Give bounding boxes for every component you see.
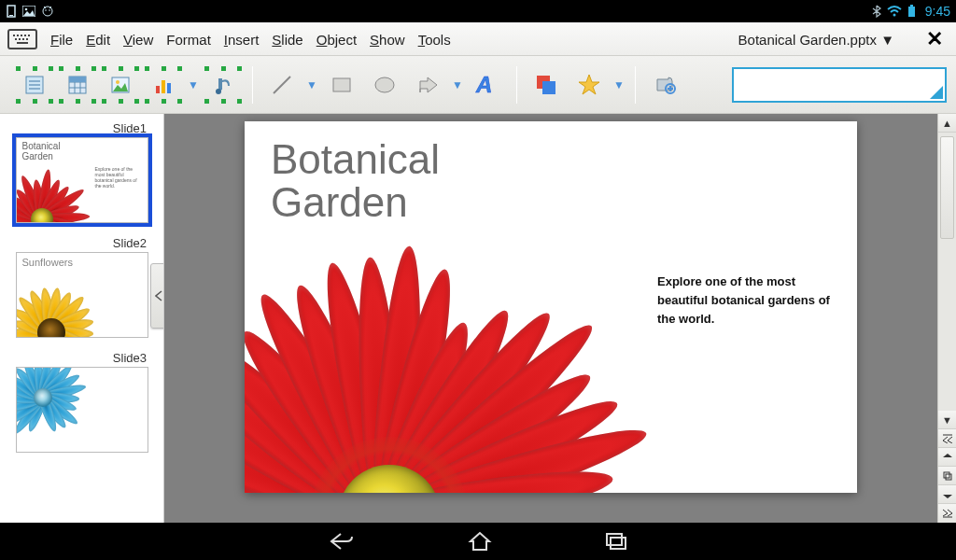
- svg-point-9: [893, 14, 895, 17]
- slide-panel: Slide1 Botanical Garden Explore one of t…: [0, 114, 164, 523]
- svg-rect-20: [22, 38, 24, 40]
- insert-image-button[interactable]: [101, 65, 140, 105]
- svg-rect-13: [13, 35, 15, 36]
- recent-apps-button[interactable]: [604, 531, 628, 552]
- slide-canvas[interactable]: Botanical Garden Explore one of the most…: [245, 121, 857, 493]
- line-dropdown[interactable]: ▼: [305, 78, 318, 91]
- menu-insert[interactable]: Insert: [224, 32, 260, 48]
- insert-textbox-button[interactable]: [15, 65, 54, 105]
- document-title[interactable]: Botanical Garden.pptx ▼: [738, 32, 894, 48]
- close-button[interactable]: ✕: [926, 27, 943, 51]
- insert-chart-button[interactable]: [144, 65, 183, 105]
- slide-thumbnail-1[interactable]: Botanical Garden Explore one of the most…: [16, 137, 148, 223]
- menu-show[interactable]: Show: [370, 32, 405, 48]
- ellipse-tool-button[interactable]: [365, 65, 404, 105]
- slide-thumbnail-2[interactable]: Sunflowers: [16, 252, 148, 338]
- chart-dropdown[interactable]: ▼: [187, 78, 200, 91]
- back-button[interactable]: [328, 530, 356, 553]
- svg-rect-35: [156, 86, 160, 93]
- home-button[interactable]: [468, 530, 492, 553]
- menu-format[interactable]: Format: [166, 32, 211, 48]
- svg-rect-15: [21, 35, 22, 36]
- separator: [635, 66, 636, 104]
- status-bar: 9:45: [0, 0, 956, 22]
- menu-tools[interactable]: Tools: [418, 32, 451, 48]
- prev-slide-button[interactable]: [938, 448, 956, 467]
- svg-line-39: [274, 77, 290, 93]
- rectangle-tool-button[interactable]: [322, 65, 361, 105]
- separator: [252, 66, 253, 104]
- slide-thumbnail-3[interactable]: [16, 367, 148, 453]
- svg-rect-48: [607, 534, 622, 545]
- svg-rect-17: [28, 35, 30, 36]
- slide-nav-buttons: [937, 429, 956, 523]
- menu-view[interactable]: View: [123, 32, 153, 48]
- editor-area[interactable]: Botanical Garden Explore one of the most…: [164, 114, 937, 523]
- svg-rect-36: [162, 80, 165, 93]
- svg-point-38: [216, 89, 221, 94]
- fontwork-button[interactable]: A: [468, 65, 507, 105]
- first-slide-button[interactable]: [938, 429, 956, 448]
- svg-rect-40: [333, 78, 350, 91]
- android-nav-bar: [0, 523, 956, 560]
- scroll-up-button[interactable]: ▲: [938, 114, 956, 133]
- bluetooth-icon: [872, 5, 881, 18]
- keyboard-toggle-icon[interactable]: [7, 29, 37, 49]
- svg-rect-10: [908, 7, 915, 17]
- menu-slide[interactable]: Slide: [272, 32, 302, 48]
- insert-media-button[interactable]: [204, 65, 243, 105]
- shapes-dropdown[interactable]: ▼: [451, 78, 464, 91]
- svg-rect-32: [69, 77, 86, 82]
- clock: 9:45: [925, 4, 950, 19]
- next-slide-button[interactable]: [938, 485, 956, 504]
- android-debug-icon: [41, 5, 54, 18]
- slide-label: Slide1: [7, 121, 156, 135]
- svg-rect-21: [26, 38, 28, 40]
- arrange-button[interactable]: [527, 65, 566, 105]
- line-tool-button[interactable]: [262, 65, 302, 105]
- svg-rect-22: [17, 42, 28, 44]
- vertical-scrollbar[interactable]: ▲ ▼: [937, 114, 956, 429]
- insert-table-button[interactable]: [58, 65, 97, 105]
- menu-edit[interactable]: Edit: [86, 32, 110, 48]
- svg-rect-37: [167, 83, 171, 93]
- scroll-thumb[interactable]: [940, 136, 954, 239]
- svg-rect-14: [17, 35, 19, 36]
- menu-object[interactable]: Object: [316, 32, 357, 48]
- extension-button[interactable]: [645, 65, 684, 105]
- effects-button[interactable]: [569, 65, 609, 105]
- scroll-down-button[interactable]: ▼: [938, 411, 956, 429]
- svg-rect-44: [542, 81, 555, 94]
- picture-icon: [22, 6, 35, 17]
- last-slide-button[interactable]: [938, 504, 956, 523]
- search-input[interactable]: [732, 67, 947, 103]
- notification-icon: [6, 5, 17, 18]
- workspace: Slide1 Botanical Garden Explore one of t…: [0, 114, 956, 523]
- slide-label: Slide3: [7, 351, 156, 365]
- menu-file[interactable]: File: [50, 32, 73, 48]
- svg-rect-49: [611, 538, 626, 549]
- svg-rect-19: [19, 38, 21, 40]
- toolbar: ▼ ▼ ▼ A ▼: [0, 56, 956, 114]
- svg-text:A: A: [475, 72, 492, 97]
- svg-point-34: [116, 80, 120, 84]
- move-slide-button[interactable]: [938, 467, 956, 485]
- menu-bar: File Edit View Format Insert Slide Objec…: [0, 22, 956, 56]
- svg-point-6: [49, 9, 50, 11]
- scroll-track[interactable]: [938, 133, 956, 411]
- separator: [516, 66, 517, 104]
- svg-rect-47: [946, 474, 951, 480]
- shapes-tool-button[interactable]: [408, 65, 447, 105]
- effects-dropdown[interactable]: ▼: [612, 78, 626, 91]
- svg-rect-46: [944, 472, 949, 478]
- svg-point-5: [45, 9, 47, 11]
- svg-rect-11: [910, 5, 913, 7]
- svg-point-41: [375, 77, 394, 92]
- svg-rect-18: [15, 38, 17, 40]
- svg-point-3: [25, 8, 28, 11]
- slide-subtitle[interactable]: Explore one of the most beautiful botani…: [657, 273, 833, 329]
- svg-rect-16: [24, 35, 26, 36]
- wifi-icon: [887, 6, 902, 17]
- svg-rect-1: [9, 15, 13, 16]
- panel-collapse-handle[interactable]: [150, 263, 164, 329]
